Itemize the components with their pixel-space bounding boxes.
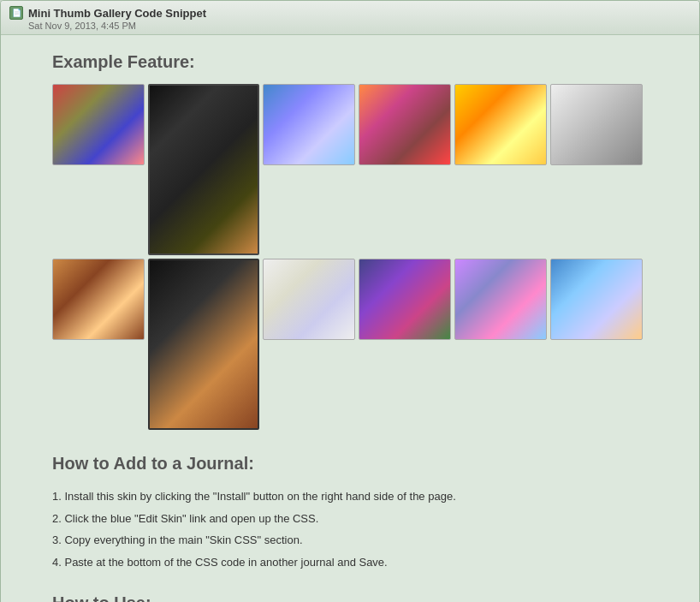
titlebar: 📄 Mini Thumb Gallery Code Snippet Sat No… (1, 1, 699, 35)
add-step-3: Copy everything in the main "Skin CSS" s… (52, 529, 648, 551)
thumb-9[interactable] (263, 259, 355, 340)
thumb-4[interactable] (359, 84, 451, 165)
add-step-2: Click the blue "Edit Skin" link and open… (52, 508, 648, 530)
window: 📄 Mini Thumb Gallery Code Snippet Sat No… (0, 0, 700, 602)
thumb-8[interactable] (148, 259, 259, 430)
thumbnail-gallery (52, 84, 648, 430)
thumb-11[interactable] (454, 259, 547, 340)
thumb-10[interactable] (359, 259, 451, 340)
add-step-1: Install this skin by clicking the "Insta… (52, 486, 648, 508)
window-title: Mini Thumb Gallery Code Snippet (28, 7, 206, 20)
thumb-2[interactable] (148, 84, 259, 255)
thumb-5[interactable] (454, 84, 547, 165)
feature-title: Example Feature: (52, 52, 648, 72)
how-to-use-title: How to Use: (52, 593, 648, 602)
content-area: Example Feature: How to Add to a Journal… (1, 35, 699, 602)
window-icon: 📄 (9, 6, 23, 20)
thumb-12[interactable] (550, 259, 643, 340)
thumb-7[interactable] (52, 259, 145, 340)
window-subtitle: Sat Nov 9, 2013, 4:45 PM (28, 21, 691, 31)
how-to-add-instructions: Install this skin by clicking the "Insta… (52, 486, 648, 573)
thumb-1[interactable] (52, 84, 145, 165)
add-step-4: Paste at the bottom of the CSS code in a… (52, 551, 648, 574)
how-to-add-title: How to Add to a Journal: (52, 454, 648, 474)
thumb-6[interactable] (550, 84, 643, 165)
thumb-3[interactable] (263, 84, 355, 165)
